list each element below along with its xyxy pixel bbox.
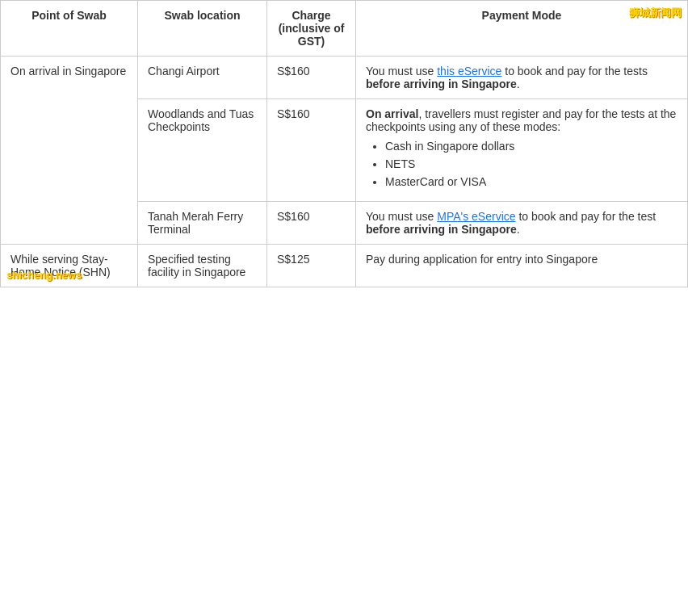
this-eservice-link[interactable]: this eService (437, 65, 501, 78)
table-row: While serving Stay-Home Notice (SHN) Spe… (1, 245, 688, 287)
tanah-payment-suffix: to book and pay for the test (516, 210, 657, 223)
cell-woodlands-location: Woodlands and Tuas Checkpoints (138, 99, 267, 202)
tanah-payment-bold: before arriving in Singapore (366, 223, 517, 236)
cell-tanah-payment: You must use MPA's eService to book and … (356, 202, 688, 245)
watermark-bottom-left: shicheng.news (6, 269, 82, 281)
watermark-top-right: 狮城新闻网 (629, 6, 682, 19)
cell-shn-location: Specified testing facility in Singapore (138, 245, 267, 287)
cell-woodlands-payment: On arrival, travellers must register and… (356, 99, 688, 202)
tanah-payment-prefix: You must use (366, 210, 437, 223)
woodlands-on-arrival-bold: On arrival (366, 107, 418, 120)
cell-shn-payment: Pay during application for entry into Si… (356, 245, 688, 287)
changi-payment-prefix: You must use (366, 65, 437, 78)
cell-on-arrival: On arrival in Singapore (1, 57, 138, 245)
list-item: Cash in Singapore dollars (385, 140, 678, 153)
mpa-eservice-link[interactable]: MPA's eService (437, 210, 515, 223)
header-point-of-swab: Point of Swab (1, 1, 138, 57)
list-item: NETS (385, 157, 678, 170)
list-item: MasterCard or VISA (385, 175, 678, 188)
changi-payment-suffix: to book and pay for the tests (501, 65, 648, 78)
header-swab-location: Swab location (138, 1, 267, 57)
header-charge: Charge (inclusive of GST) (267, 1, 356, 57)
tanah-payment-period: . (517, 223, 520, 236)
cell-tanah-charge: S$160 (267, 202, 356, 245)
cell-changi-charge: S$160 (267, 57, 356, 99)
cell-woodlands-charge: S$160 (267, 99, 356, 202)
woodlands-payment-list: Cash in Singapore dollars NETS MasterCar… (366, 140, 678, 188)
cell-changi-location: Changi Airport (138, 57, 267, 99)
cell-tanah-location: Tanah Merah Ferry Terminal (138, 202, 267, 245)
cell-changi-payment: You must use this eService to book and p… (356, 57, 688, 99)
changi-payment-period: . (517, 78, 520, 90)
cell-shn-charge: S$125 (267, 245, 356, 287)
changi-payment-bold: before arriving in Singapore (366, 78, 517, 90)
table-row: On arrival in Singapore Changi Airport S… (1, 57, 688, 99)
